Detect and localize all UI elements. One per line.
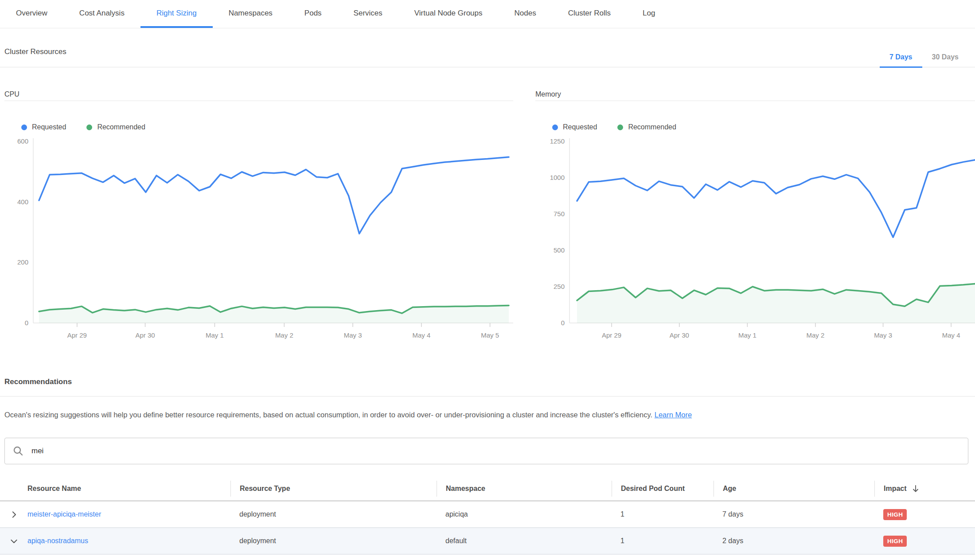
svg-text:750: 750	[554, 210, 565, 218]
cell-resource-type: deployment	[230, 537, 437, 545]
impact-badge-high: HIGH	[883, 536, 907, 547]
cell-namespace: default	[437, 537, 612, 545]
cell-desired-pod-count: 1	[612, 537, 714, 545]
svg-text:0: 0	[561, 319, 565, 327]
cell-namespace: apiciqa	[437, 510, 612, 518]
cell-age: 7 days	[714, 510, 874, 518]
column-header-age[interactable]: Age	[714, 481, 874, 497]
cluster-resources-title: Cluster Resources	[4, 47, 66, 56]
resource-name-link[interactable]: meister-apiciqa-meister	[27, 510, 101, 518]
search-box	[4, 438, 968, 464]
svg-text:May 2: May 2	[275, 331, 293, 339]
svg-text:0: 0	[25, 319, 28, 327]
svg-text:May 3: May 3	[874, 331, 892, 339]
cell-resource-name: apiqa-nostradamus	[27, 537, 230, 545]
svg-text:May 1: May 1	[738, 331, 757, 339]
tab-cluster-rolls[interactable]: Cluster Rolls	[552, 0, 627, 28]
tab-nodes[interactable]: Nodes	[499, 0, 552, 28]
column-label-desired-pod-count: Desired Pod Count	[621, 485, 685, 493]
legend-label-requested: Requested	[563, 123, 597, 131]
learn-more-link[interactable]: Learn More	[655, 411, 692, 419]
svg-text:1250: 1250	[550, 137, 565, 145]
tab-overview[interactable]: Overview	[0, 0, 63, 28]
table-body: meister-apiciqa-meisterdeploymentapiciqa…	[0, 502, 975, 555]
legend-label-recommended: Recommended	[628, 123, 676, 131]
svg-text:250: 250	[554, 283, 565, 290]
sort-desc-arrow-icon	[912, 485, 919, 493]
svg-text:Apr 30: Apr 30	[670, 331, 689, 339]
column-label-age: Age	[723, 485, 736, 493]
cpu-chart-legend: RequestedRecommended	[21, 123, 513, 131]
column-label-namespace: Namespace	[446, 485, 485, 493]
legend-label-recommended: Recommended	[97, 123, 145, 131]
legend-item-requested[interactable]: Requested	[21, 123, 66, 131]
period-30-days[interactable]: 30 Days	[922, 53, 969, 67]
legend-item-requested[interactable]: Requested	[552, 123, 597, 131]
cell-impact: HIGH	[874, 536, 975, 547]
legend-dot-recommended	[617, 124, 623, 130]
svg-text:May 3: May 3	[344, 331, 362, 339]
tab-pods[interactable]: Pods	[289, 0, 338, 28]
legend-label-requested: Requested	[32, 123, 66, 131]
cell-resource-name: meister-apiciqa-meister	[27, 510, 230, 518]
svg-text:600: 600	[17, 137, 28, 145]
column-header-namespace[interactable]: Namespace	[437, 481, 612, 497]
legend-dot-recommended	[86, 124, 92, 130]
tab-cost-analysis[interactable]: Cost Analysis	[63, 0, 140, 28]
table-row-apiqa-nostradamus: apiqa-nostradamusdeploymentdefault12 day…	[0, 528, 975, 555]
tab-right-sizing[interactable]: Right Sizing	[140, 0, 213, 28]
cpu-chart: 0200400600Apr 29Apr 30May 1May 2May 3May…	[4, 135, 513, 343]
table-row-meister-apiciqa-meister: meister-apiciqa-meisterdeploymentapiciqa…	[0, 502, 975, 528]
chevron-down-icon[interactable]	[0, 537, 27, 546]
tab-services[interactable]: Services	[338, 0, 398, 28]
cpu-chart-title: CPU	[4, 90, 513, 101]
legend-dot-requested	[21, 124, 27, 130]
memory-chart: 025050075010001250Apr 29Apr 30May 1May 2…	[535, 135, 975, 343]
svg-text:500: 500	[554, 246, 565, 254]
column-label-resource-name: Resource Name	[27, 485, 81, 493]
impact-badge-high: HIGH	[883, 509, 907, 520]
search-input[interactable]	[31, 446, 960, 456]
memory-chart-legend: RequestedRecommended	[552, 123, 975, 131]
period-7-days[interactable]: 7 Days	[880, 53, 922, 67]
chevron-right-icon[interactable]	[0, 510, 27, 519]
memory-chart-title: Memory	[535, 90, 975, 101]
legend-dot-requested	[552, 124, 558, 130]
column-header-desired-pod-count[interactable]: Desired Pod Count	[612, 481, 714, 497]
cell-age: 2 days	[714, 537, 874, 545]
recommendations-table: Resource NameResource TypeNamespaceDesir…	[0, 477, 975, 555]
cell-desired-pod-count: 1	[612, 510, 714, 518]
recommendations-description-text: Ocean's resizing suggestions will help y…	[4, 411, 655, 419]
svg-text:May 4: May 4	[942, 331, 960, 339]
search-icon	[13, 446, 23, 456]
legend-item-recommended[interactable]: Recommended	[617, 123, 676, 131]
table-header-row: Resource NameResource TypeNamespaceDesir…	[0, 477, 975, 502]
svg-text:May 5: May 5	[481, 331, 499, 339]
column-header-impact[interactable]: Impact	[874, 481, 975, 497]
svg-text:May 4: May 4	[412, 331, 430, 339]
cell-impact: HIGH	[874, 509, 975, 520]
tab-log[interactable]: Log	[627, 0, 671, 28]
cpu-chart-panel: CPU RequestedRecommended 0200400600Apr 2…	[4, 90, 513, 343]
column-label-resource-type: Resource Type	[240, 485, 290, 493]
resource-name-link[interactable]: apiqa-nostradamus	[27, 537, 88, 544]
svg-text:1000: 1000	[550, 174, 565, 181]
svg-text:May 2: May 2	[806, 331, 824, 339]
svg-text:Apr 30: Apr 30	[135, 331, 155, 339]
tab-virtual-node-groups[interactable]: Virtual Node Groups	[398, 0, 499, 28]
memory-chart-panel: Memory RequestedRecommended 025050075010…	[535, 90, 975, 343]
svg-text:Apr 29: Apr 29	[67, 331, 87, 339]
svg-text:May 1: May 1	[206, 331, 224, 339]
charts-row: CPU RequestedRecommended 0200400600Apr 2…	[0, 90, 975, 343]
svg-text:Apr 29: Apr 29	[602, 331, 621, 339]
period-toggle: 7 Days30 Days	[880, 53, 968, 67]
svg-text:400: 400	[17, 198, 28, 206]
column-header-resource-type[interactable]: Resource Type	[230, 481, 437, 497]
tab-bar: OverviewCost AnalysisRight SizingNamespa…	[0, 0, 975, 28]
column-label-impact: Impact	[884, 485, 907, 493]
svg-text:200: 200	[17, 258, 28, 266]
legend-item-recommended[interactable]: Recommended	[86, 123, 145, 131]
tab-namespaces[interactable]: Namespaces	[213, 0, 289, 28]
recommendations-title: Recommendations	[0, 377, 975, 397]
column-header-resource-name[interactable]: Resource Name	[27, 481, 230, 497]
